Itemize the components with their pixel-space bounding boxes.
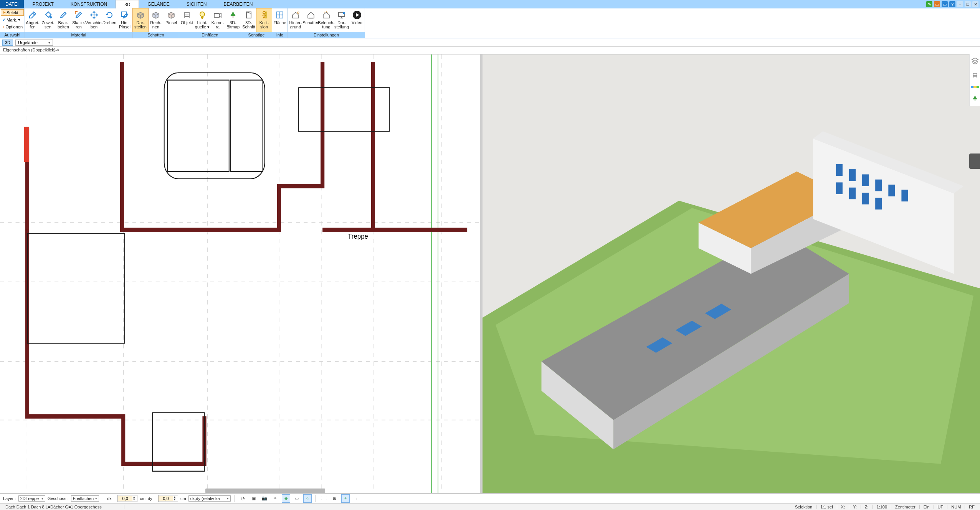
brush-scale-icon xyxy=(74,10,84,20)
ribbon-lichtquelle-button[interactable]: Licht- quelle ▾ xyxy=(195,8,210,32)
ribbon-darstellen-label: Dar- stellen xyxy=(134,21,147,30)
group-label-material: Material xyxy=(25,32,132,38)
status-selektion: Selektion xyxy=(791,505,816,509)
group-label-auswahl: Auswahl xyxy=(0,32,25,38)
snap-3-icon[interactable]: ◇ xyxy=(303,494,312,503)
svg-rect-51 xyxy=(836,182,843,194)
right-drawer-handle[interactable] xyxy=(969,153,980,169)
ribbon-3dbitmap-button[interactable]: 3D- Bitmap xyxy=(225,8,241,32)
ribbon-darstellung-button[interactable]: Dar- stellung xyxy=(334,8,349,32)
layer-combo[interactable]: 2DTreppe ▾ xyxy=(18,495,45,502)
dy-input[interactable] xyxy=(159,496,173,501)
select-label: Selekt xyxy=(7,10,18,15)
tree-icon[interactable] xyxy=(971,94,979,103)
ribbon-video-button[interactable]: Video xyxy=(349,8,365,32)
svg-rect-3 xyxy=(214,13,219,17)
quick-icon-1[interactable]: ✎ xyxy=(926,1,932,7)
svg-point-11 xyxy=(308,18,314,19)
ribbon-hintergrund-button[interactable]: Hinter- grund xyxy=(288,8,303,32)
options-button[interactable]: + Optionen xyxy=(1,24,24,30)
ribbon-zuweisen-label: Zuwei- sen xyxy=(41,21,54,30)
ribbon-bearbeiten-label: Bear- beiten xyxy=(58,21,69,30)
help-icon[interactable]: ? xyxy=(949,1,955,7)
mark-mode-button[interactable]: ✔ Mark. ▾ xyxy=(1,17,24,23)
ribbon-bearbeiten-button[interactable]: Bear- beiten xyxy=(56,8,71,32)
menu-tab-gelaende[interactable]: GELÄNDE xyxy=(139,0,178,8)
chair-icon[interactable] xyxy=(971,71,979,80)
dx-spinner[interactable]: ▲▼ xyxy=(117,495,137,502)
quick-icon-2[interactable]: ▭ xyxy=(934,1,940,7)
ribbon-verschieben-button[interactable]: Verschie- ben xyxy=(86,8,102,32)
rotate-icon xyxy=(104,10,114,20)
grid-lines-icon[interactable]: ⊞ xyxy=(331,494,339,503)
ribbon-rechnen-button[interactable]: Rech- nen xyxy=(148,8,164,32)
menu-tab-3d[interactable]: 3D xyxy=(116,0,139,8)
plan-label-treppe: Treppe xyxy=(348,232,368,240)
ribbon-darstellen-button[interactable]: Dar- stellen xyxy=(133,8,148,32)
view-mode-3d-button[interactable]: 3D xyxy=(2,40,13,46)
close-icon[interactable]: ✕ xyxy=(972,1,978,7)
dy-spinner[interactable]: ▲▼ xyxy=(158,495,178,502)
render-canvas[interactable] xyxy=(483,54,980,493)
origin-icon[interactable]: ⌖ xyxy=(341,494,350,503)
maximize-icon[interactable]: □ xyxy=(965,1,971,7)
svg-rect-60 xyxy=(975,99,975,101)
dx-spinner-arrows[interactable]: ▲▼ xyxy=(132,496,137,501)
snap-2-icon[interactable]: ▭ xyxy=(293,494,301,503)
status-unit: Zentimeter xyxy=(891,505,920,509)
grid-dots-icon[interactable]: ⋮⋮ xyxy=(320,494,328,503)
svg-rect-5 xyxy=(233,16,233,18)
scrollbar-thumb[interactable] xyxy=(205,489,325,493)
ribbon-group-auswahl: ➤ Selekt ✔ Mark. ▾ + Optionen Auswahl xyxy=(0,8,25,38)
svg-rect-45 xyxy=(836,164,843,176)
dx-input[interactable] xyxy=(118,496,132,501)
coord-mode-combo[interactable]: dx,dy (relativ ka ▾ xyxy=(188,495,231,502)
ribbon-kollision-button[interactable]: Kolli- sion xyxy=(256,8,272,32)
chevron-down-icon: ▾ xyxy=(18,17,20,22)
layers-icon[interactable] xyxy=(971,57,979,65)
ribbon-flaeche-button[interactable]: Fläche xyxy=(272,8,288,32)
ribbon-group-einfuegen: ObjektLicht- quelle ▾Kame- ra3D- Bitmap … xyxy=(179,8,241,38)
ribbon-3dschnitt-button[interactable]: 3D- Schnitt xyxy=(241,8,256,32)
dy-spinner-arrows[interactable]: ▲▼ xyxy=(173,496,178,501)
floor-combo[interactable]: Freiflächen ▾ xyxy=(71,495,99,502)
menu-tab-bearbeiten[interactable]: BEARBEITEN xyxy=(215,0,261,8)
separator xyxy=(316,495,316,502)
render-view-3d[interactable] xyxy=(483,54,980,493)
floorplan-view-2d[interactable]: Treppe xyxy=(0,54,480,493)
layers2-icon[interactable]: ✧ xyxy=(271,494,279,503)
clock-icon[interactable]: ◔ xyxy=(239,494,247,503)
ribbon-group-einstellungen: Hinter- grundSchattenBeleuch- tungDar- s… xyxy=(288,8,365,38)
quick-icon-3[interactable]: ▭ xyxy=(942,1,948,7)
ribbon-drehen-button[interactable]: Drehen xyxy=(102,8,117,32)
ribbon-pinsel-button[interactable]: Pinsel xyxy=(164,8,179,32)
ribbon-beleuchtung-button[interactable]: Beleuch- tung xyxy=(319,8,334,32)
snapshot-icon[interactable]: ▣ xyxy=(250,494,258,503)
floorplan-canvas[interactable]: Treppe xyxy=(0,54,480,493)
ribbon-hinpinsel-button[interactable]: Hin. Pinsel xyxy=(117,8,132,32)
ribbon-skalieren-button[interactable]: Skalie- ren xyxy=(71,8,86,32)
ribbon-objekt-button[interactable]: Objekt xyxy=(179,8,195,32)
mark-icon: ✔ xyxy=(2,17,6,22)
properties-hint-bar: Eigenschaften (Doppelklick)-> xyxy=(0,47,980,54)
select-mode-button[interactable]: ➤ Selekt xyxy=(1,9,24,16)
svg-point-7 xyxy=(263,12,265,14)
menu-tab-konstruktion[interactable]: KONSTRUKTION xyxy=(62,0,116,8)
camera2-icon[interactable]: 📷 xyxy=(260,494,269,503)
menu-tab-projekt[interactable]: PROJEKT xyxy=(24,0,62,8)
info-small-icon[interactable]: i xyxy=(352,494,360,503)
ribbon-abgreifen-button[interactable]: Abgrei- fen xyxy=(25,8,40,32)
ribbon-zuweisen-button[interactable]: Zuwei- sen xyxy=(40,8,56,32)
snap-1-icon[interactable]: ◆ xyxy=(282,494,290,503)
color-swatch-icon[interactable] xyxy=(971,86,979,88)
minimize-icon[interactable]: – xyxy=(957,1,963,7)
menu-file[interactable]: DATEI xyxy=(0,0,24,8)
menu-tab-sichten[interactable]: SICHTEN xyxy=(178,0,215,8)
ribbon-skalieren-label: Skalie- ren xyxy=(72,21,85,30)
status-uf: UF xyxy=(934,505,948,509)
ribbon-schatten-set-button[interactable]: Schatten xyxy=(303,8,319,32)
terrain-combo[interactable]: Urgelände ▾ xyxy=(15,40,53,46)
ribbon-kamera-button[interactable]: Kame- ra xyxy=(210,8,225,32)
horizontal-scrollbar[interactable] xyxy=(0,489,478,493)
ribbon-kollision-label: Kolli- sion xyxy=(259,21,269,30)
